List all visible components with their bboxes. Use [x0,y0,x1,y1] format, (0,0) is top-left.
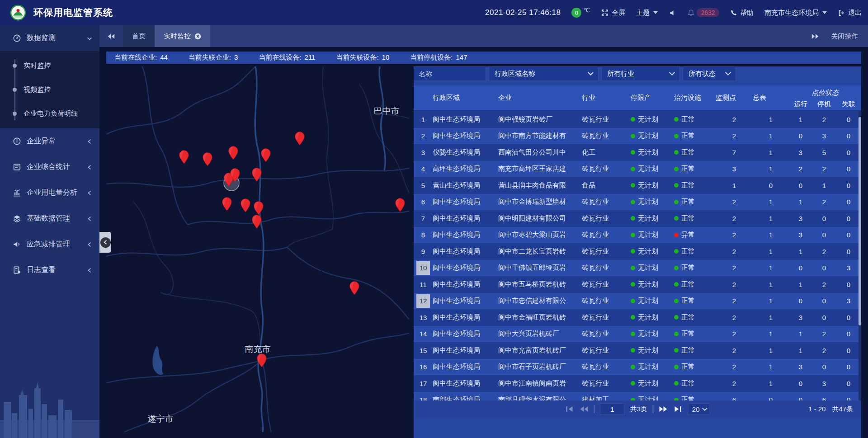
table-row[interactable]: 8 阆中生态环境局 阆中市枣碧大梁山页岩 砖瓦行业 无计划 异常 2 1 3 0… [414,227,861,244]
cell-company: 阆中大兴页岩机砖厂 [498,326,582,343]
sidebar-subitem-企业电力负荷明细[interactable]: 企业电力负荷明细 [0,102,99,126]
page-input[interactable] [600,403,624,415]
temperature: 0 ℃ [571,8,590,18]
tab-home[interactable]: 首页 [123,25,155,47]
row-number: 11 [416,278,430,291]
tab-realtime-monitor[interactable]: 实时监控 [155,25,210,47]
cell-running: 1 [789,194,812,211]
divider [594,405,594,413]
last-page-button[interactable] [674,405,683,413]
cell-region: 阆中生态环境局 [433,227,498,244]
chevron-down-icon [588,70,594,75]
table-row[interactable]: 12 阆中生态环境局 阆中市忠信建材有限公 砖瓦行业 无计划 正常 2 1 0 … [414,293,861,310]
sidebar-item-基础数据管理[interactable]: 基础数据管理 [0,206,99,231]
table-row[interactable]: 6 阆中生态环境局 阆中市金博瑞新型墙材 砖瓦行业 无计划 正常 2 1 1 2… [414,194,861,211]
row-number: 3 [416,146,430,159]
menu-icon [13,214,21,223]
table-row[interactable]: 13 阆中生态环境局 阆中市金福旺页岩机砖 砖瓦行业 无计划 正常 2 1 3 … [414,309,861,326]
notifications-button[interactable]: 2632 [687,8,719,17]
sidebar-item-企业用电量分析[interactable]: 企业用电量分析 [0,180,99,206]
sidebar-item-企业异常[interactable]: 企业异常 [0,128,99,154]
sidebar-item-应急减排管理[interactable]: 应急减排管理 [0,231,99,257]
close-operations-button[interactable]: 关闭操作 [831,32,858,41]
col-production: 停限产 [631,85,674,110]
chevron-down-icon [725,70,731,75]
table-row[interactable]: 17 阆中生态环境局 阆中市江南镇阆南页岩 砖瓦行业 无计划 正常 2 1 0 … [414,375,861,392]
cell-company: 阆中市石子页岩机砖厂 [498,359,582,376]
chevron-icon [87,268,92,273]
speaker-icon[interactable] [669,9,676,17]
page-size-select[interactable]: 20 [688,403,710,415]
org-menu[interactable]: 南充市生态环境局 [764,9,827,17]
cell-monitor-points: 2 [716,260,753,277]
table-scrollbar[interactable] [859,111,861,400]
cell-region: 阆中生态环境局 [433,128,498,145]
table-row[interactable]: 18 南部生态环境局 南部县砚华水泥有限公 建材加工 无计划 正常 6 0 0 … [414,392,861,401]
help-button[interactable]: 帮助 [730,9,754,17]
chevron-icon [87,242,92,247]
sidebar-item-企业综合统计[interactable]: 企业综合统计 [0,154,99,180]
stat-value: 147 [456,53,467,62]
fullscreen-label: 全屏 [612,9,625,17]
cell-running: 0 [789,293,812,310]
fullscreen-button[interactable]: 全屏 [601,9,625,17]
status-dot [674,299,679,303]
table-row[interactable]: 5 营山生态环境局 营山县润丰肉食品有限 食品 无计划 正常 1 0 0 1 0 [414,177,861,194]
cell-stopped: 2 [812,342,836,359]
scrollbar-thumb[interactable] [859,117,861,325]
close-icon[interactable] [194,33,201,40]
cell-region: 仪陇生态环境局 [433,144,498,161]
table-row[interactable]: 15 阆中生态环境局 阆中市光富页岩机砖厂 砖瓦行业 无计划 正常 2 1 1 … [414,342,861,359]
cell-lost: 0 [836,243,861,260]
stat-value: 44 [160,53,168,62]
total-pages-label: 共3页 [630,405,647,414]
next-page-button[interactable] [659,405,668,413]
first-page-button[interactable] [565,405,574,413]
prev-page-button[interactable] [579,405,588,413]
table-row[interactable]: 4 高坪生态环境局 南充市高坪区王家店建 砖瓦行业 无计划 正常 3 1 2 2… [414,161,861,178]
sidebar-item-数据监测[interactable]: 数据监测 [0,25,99,51]
cell-production-status: 无计划 [631,227,674,244]
double-chevron-right-icon[interactable] [811,33,819,39]
table-row[interactable]: 1 阆中生态环境局 阆中强锐页岩砖厂 砖瓦行业 无计划 正常 2 1 1 2 0 [414,111,861,128]
sidebar-subitem-视频监控[interactable]: 视频监控 [0,78,99,102]
table-row[interactable]: 10 阆中生态环境局 阆中千佛镇五郎垭页岩 砖瓦行业 无计划 正常 2 1 0 … [414,260,861,277]
region-select[interactable]: 行政区域名称 [489,66,599,81]
table-row[interactable]: 11 阆中生态环境局 阆中市五马桥页岩机砖 砖瓦行业 无计划 正常 2 1 1 … [414,276,861,293]
map-panel[interactable]: 巴中市南充市遂宁市 [106,66,409,438]
logout-button[interactable]: 退出 [838,9,862,17]
chevron-down-icon [702,406,707,411]
cell-running: 2 [789,161,812,178]
org-label: 南充市生态环境局 [764,9,819,17]
name-search-input[interactable] [414,66,486,81]
cell-stopped: 2 [812,243,836,260]
chevron-down-icon [669,70,675,75]
cell-region: 南部生态环境局 [433,392,498,401]
sidebar-item-日志查看[interactable]: 日志查看 [0,257,99,283]
table-row[interactable]: 9 阆中生态环境局 阆中市二龙长宝页岩砖 砖瓦行业 无计划 正常 2 1 1 2… [414,243,861,260]
status-dot [631,381,635,386]
cell-lost: 0 [836,194,861,211]
cell-total-meters: 1 [753,111,789,128]
table-row[interactable]: 2 阆中生态环境局 阆中市南方节能建材有 砖瓦行业 无计划 正常 2 1 0 3… [414,128,861,145]
cell-production-status: 无计划 [631,392,674,401]
map-canvas: 巴中市南充市遂宁市 [106,66,409,432]
cell-stopped: 0 [812,210,836,227]
stat-value: 10 [382,53,390,62]
stat-label: 当前停机设备: [410,53,453,62]
status-dot [631,315,635,320]
filter-bar: 行政区域名称 所有行业 所有状态 [414,66,861,81]
col-stop: 停机 [812,100,836,108]
industry-select[interactable]: 所有行业 [601,66,680,81]
table-row[interactable]: 16 阆中生态环境局 阆中市石子页岩机砖厂 砖瓦行业 无计划 正常 2 1 3 … [414,359,861,376]
sidebar-collapse-handle[interactable] [99,232,111,253]
menu-icon [13,163,21,171]
table-row[interactable]: 14 阆中生态环境局 阆中大兴页岩机砖厂 砖瓦行业 无计划 正常 2 1 1 2… [414,326,861,343]
tabs-scroll-left-button[interactable] [99,25,123,47]
table-row[interactable]: 7 阆中生态环境局 阆中明阳建材有限公司 砖瓦行业 无计划 正常 2 1 3 0… [414,210,861,227]
sidebar-subitem-实时监控[interactable]: 实时监控 [0,54,99,78]
table-row[interactable]: 3 仪陇生态环境局 西南油气田分公司川中 化工 无计划 正常 7 1 3 5 0 [414,144,861,161]
status-dot [631,365,635,369]
status-select[interactable]: 所有状态 [683,66,736,81]
theme-button[interactable]: 主题 [636,9,658,17]
